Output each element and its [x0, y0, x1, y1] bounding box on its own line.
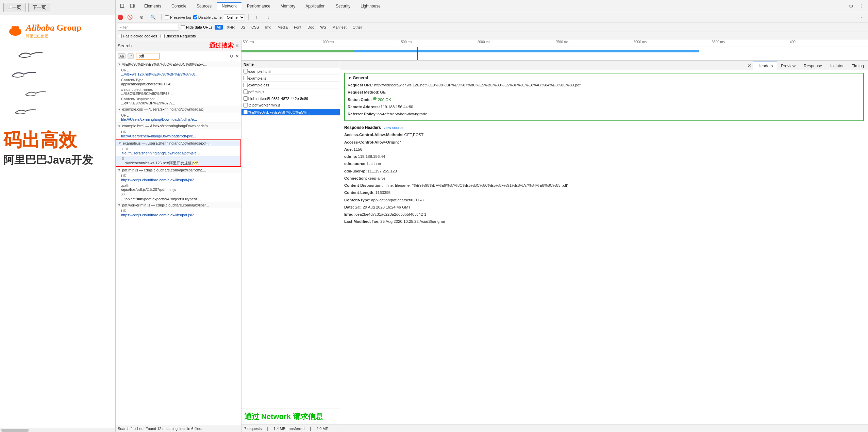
- filter-ws-btn[interactable]: WS: [318, 24, 328, 30]
- filter-font-btn[interactable]: Font: [292, 24, 303, 30]
- has-blocked-label[interactable]: Has blocked cookies: [118, 34, 157, 38]
- status-divider1: |: [267, 427, 268, 431]
- filter-manifest-btn[interactable]: Manifest: [330, 24, 349, 30]
- status-green-dot: [373, 97, 377, 100]
- inspect-icon[interactable]: [118, 1, 127, 11]
- filter-all-btn[interactable]: All: [215, 25, 223, 30]
- online-select[interactable]: Online: [224, 14, 245, 20]
- webpage-scrollbar[interactable]: [0, 428, 115, 432]
- prev-button[interactable]: 上一页: [3, 3, 26, 12]
- filter-doc-btn[interactable]: Doc: [305, 24, 316, 30]
- tab-memory[interactable]: Memory: [276, 2, 300, 10]
- hide-data-urls-checkbox[interactable]: [181, 25, 185, 29]
- search-icon-btn[interactable]: 🔍: [148, 13, 158, 22]
- blocked-req-checkbox[interactable]: [161, 34, 165, 38]
- view-source-btn[interactable]: view source: [384, 126, 403, 130]
- result-item-6-1[interactable]: URL https://cdnjs.cloudflare.com/ajax/li…: [116, 208, 241, 218]
- rh-val-5: 111.197.255.123: [367, 168, 397, 174]
- tab-console[interactable]: Console: [167, 2, 191, 10]
- tab-network[interactable]: Network: [217, 2, 241, 10]
- tick-3500: 3500 ms: [712, 40, 790, 47]
- nl-checkbox-2[interactable]: [243, 76, 248, 80]
- filter-img-btn[interactable]: Img: [263, 24, 273, 30]
- devtools-more-icon[interactable]: ⋮: [856, 13, 866, 22]
- rh-val-7: inline; filename="%E9%98%BF%E9%87%8C%E5%…: [384, 183, 569, 188]
- tab-elements[interactable]: Elements: [139, 2, 166, 10]
- tab-performance[interactable]: Performance: [242, 2, 275, 10]
- filter-xhr-btn[interactable]: XHR: [225, 24, 237, 30]
- nl-item-5[interactable]: blob:null/ce5b9351-4872-442e-8c89-...: [241, 95, 340, 102]
- blocked-req-label[interactable]: Blocked Requests: [161, 34, 196, 38]
- filter-other-btn[interactable]: Other: [351, 24, 364, 30]
- device-icon[interactable]: [128, 1, 137, 11]
- result-group-header-1[interactable]: ▼ %E9%98%BF%E9%87%8C%E5%BC%80%E5%...: [116, 61, 241, 67]
- record-button[interactable]: [118, 15, 123, 20]
- tab-lighthouse[interactable]: Lighthouse: [356, 2, 385, 10]
- result-item-5-3[interactable]: 22 ..."object"==typeof exports&&"object"…: [116, 192, 241, 202]
- disable-cache-label[interactable]: Disable cache: [193, 15, 222, 19]
- result-item-1-4[interactable]: Content-Disposition: ...e="%E9%98%BF%E9%…: [116, 96, 241, 106]
- result-item-4-1[interactable]: URL file:///Users/zhenninglang/Downloads…: [116, 146, 240, 156]
- filter-input[interactable]: [118, 24, 179, 31]
- download-icon[interactable]: ↓: [264, 13, 273, 22]
- request-url-row: Request URL: http://videocrawler.ws.126.…: [348, 82, 861, 88]
- aa-button[interactable]: Aa: [118, 53, 126, 59]
- preserve-log-checkbox[interactable]: [165, 15, 169, 19]
- search-close-icon[interactable]: ✕: [235, 43, 239, 48]
- result-item-1-1[interactable]: URL ...wle▸ws.126.net/%E9%98%BF%E9%87%8.…: [116, 67, 241, 77]
- devtools-panel: Elements Console Sources Network Perform…: [116, 0, 868, 432]
- disable-cache-checkbox[interactable]: [193, 15, 197, 19]
- tab-security[interactable]: Security: [331, 2, 355, 10]
- result-group-header-5[interactable]: ▼ pdf.min.js — cdnjs.cloudflare.com/ajax…: [116, 167, 241, 173]
- result-item-5-1[interactable]: URL https://cdnjs.cloudflare.com/ajax/li…: [116, 173, 241, 183]
- nl-item-6[interactable]: ⊙ pdf.worker.min.js: [241, 102, 340, 109]
- filter-media-btn[interactable]: Media: [276, 24, 290, 30]
- nl-checkbox-6[interactable]: [243, 103, 248, 107]
- next-button[interactable]: 下一页: [28, 3, 50, 12]
- result-item-4-2[interactable]: 3 ...://videocrawler.ws.126.net/阿里开发规范.p…: [116, 156, 240, 166]
- filter-css-btn[interactable]: CSS: [249, 24, 261, 30]
- details-tab-headers[interactable]: Headers: [753, 62, 777, 70]
- details-close-icon[interactable]: ✕: [747, 63, 751, 70]
- more-icon[interactable]: ⋮: [856, 1, 866, 11]
- details-tab-response[interactable]: Response: [800, 62, 826, 70]
- result-group-header-6[interactable]: ▼ pdf.worker.min.js — cdnjs.cloudflare.c…: [116, 202, 241, 208]
- refresh-icon[interactable]: ↻: [230, 54, 233, 59]
- nl-item-4[interactable]: pdf.min.js: [241, 88, 340, 95]
- result-group-header-3[interactable]: ▼ example.html — /Use▸s/zhenninglang/Dow…: [116, 123, 241, 129]
- result-group-header-4[interactable]: ▼ example.js — /Users/zhenninglang/Downl…: [116, 140, 240, 146]
- result-url-3-1: file:///Users/zhen▸nlang/Downloads/pdf-j…: [121, 134, 236, 138]
- result-item-2-1[interactable]: URL file:///Users/z▸nninglang/Downloads/…: [116, 113, 241, 122]
- details-tab-preview[interactable]: Preview: [777, 62, 800, 70]
- result-item-5-2[interactable]: :path /ajax/libs/pdf.js/2.5.207/pdf.min.…: [116, 183, 241, 192]
- has-blocked-checkbox[interactable]: [118, 34, 122, 38]
- nl-checkbox-7[interactable]: [243, 110, 248, 114]
- nl-item-1[interactable]: example.html: [241, 68, 340, 75]
- nl-item-3[interactable]: example.css: [241, 82, 340, 88]
- upload-icon[interactable]: ↑: [252, 13, 262, 22]
- filter-js-btn[interactable]: JS: [239, 24, 247, 30]
- result-item-1-3[interactable]: x-nos-object-name: ...%8C%E5%BC%80%E5%8.…: [116, 87, 241, 96]
- nl-item-7[interactable]: %E9%98%BF%E9%87%8C%E5%...: [241, 109, 340, 116]
- preserve-log-label[interactable]: Preserve log: [165, 15, 191, 19]
- hide-data-urls-label[interactable]: Hide data URLs: [181, 25, 213, 29]
- nl-checkbox-1[interactable]: [243, 69, 248, 73]
- nl-checkbox-3[interactable]: [243, 83, 248, 87]
- nl-checkbox-4[interactable]: [243, 89, 248, 94]
- details-tab-timing[interactable]: Timing: [848, 62, 868, 70]
- nl-checkbox-5[interactable]: [243, 96, 248, 101]
- result-group-title-3: example.html — /Use▸s/zhenninglang/Downl…: [122, 124, 211, 128]
- result-item-3-1[interactable]: URL file:///Users/zhen▸nlang/Downloads/p…: [116, 129, 241, 139]
- details-tab-initiator[interactable]: Initiator: [826, 62, 848, 70]
- filter-icon[interactable]: ⊛: [137, 13, 146, 22]
- search-input[interactable]: [137, 54, 158, 59]
- result-group-header-2[interactable]: ▼ example.css — /Users/z▸nninglang/Downl…: [116, 106, 241, 113]
- cancel-icon[interactable]: ✕: [235, 54, 239, 59]
- result-item-1-2[interactable]: Content-Type application/pdf;charset=UTF…: [116, 77, 241, 87]
- tab-application[interactable]: Application: [301, 2, 330, 10]
- clear-button[interactable]: 🚫: [125, 13, 135, 22]
- settings-icon[interactable]: ⚙: [846, 1, 856, 11]
- tab-sources[interactable]: Sources: [192, 2, 216, 10]
- nl-item-2[interactable]: example.js: [241, 75, 340, 82]
- regex-button[interactable]: .*: [128, 53, 133, 59]
